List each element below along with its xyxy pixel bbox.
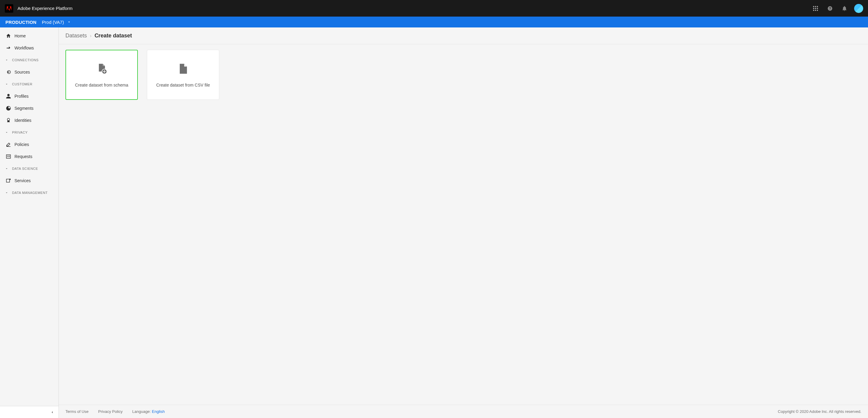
- services-icon: [5, 178, 12, 183]
- bell-icon: [841, 5, 847, 11]
- chevron-left-icon: [50, 410, 54, 414]
- section-label: CUSTOMER: [12, 82, 33, 86]
- section-label: CONNECTIONS: [12, 58, 39, 62]
- card-create-from-csv[interactable]: Create dataset from CSV file: [147, 50, 219, 100]
- top-header: Adobe Experience Platform ?: [0, 0, 868, 17]
- chevron-down-icon: [67, 20, 71, 24]
- nav-requests[interactable]: Requests: [0, 151, 59, 163]
- home-icon: [5, 33, 12, 39]
- svg-rect-8: [817, 10, 818, 11]
- nav-label: Services: [14, 178, 31, 183]
- main-wrap: Home Workflows CONNECTIONS Sources: [0, 27, 868, 418]
- nav-label: Sources: [14, 70, 30, 74]
- nav-profiles[interactable]: Profiles: [0, 90, 59, 102]
- policies-icon: [5, 142, 12, 147]
- content: Datasets › Create dataset Create dataset…: [59, 27, 868, 418]
- svg-rect-2: [817, 6, 818, 7]
- adobe-logo[interactable]: [5, 4, 13, 13]
- apps-launcher-button[interactable]: [808, 1, 823, 16]
- card-label: Create dataset from schema: [75, 83, 128, 88]
- help-icon: ?: [827, 5, 833, 11]
- section-label: DATA MANAGEMENT: [12, 191, 48, 195]
- nav-workflows[interactable]: Workflows: [0, 42, 59, 54]
- svg-rect-0: [813, 6, 814, 7]
- svg-rect-7: [815, 10, 816, 11]
- footer-terms-link[interactable]: Terms of Use: [65, 409, 89, 414]
- apps-grid-icon: [813, 6, 818, 11]
- nav-policies[interactable]: Policies: [0, 138, 59, 151]
- breadcrumb-current: Create dataset: [94, 33, 132, 39]
- schema-file-icon: [95, 62, 108, 76]
- nav-sources[interactable]: Sources: [0, 66, 59, 78]
- chevron-down-icon: [5, 82, 12, 86]
- notifications-button[interactable]: [837, 1, 852, 16]
- svg-point-12: [9, 179, 11, 180]
- nav-label: Profiles: [14, 94, 29, 99]
- nav-segments[interactable]: Segments: [0, 102, 59, 114]
- footer: Terms of Use Privacy Policy Language: En…: [59, 405, 868, 418]
- nav-section-privacy[interactable]: PRIVACY: [0, 126, 59, 138]
- profiles-icon: [5, 94, 12, 99]
- svg-text:?: ?: [829, 7, 831, 10]
- card-label: Create dataset from CSV file: [156, 83, 210, 88]
- footer-copyright: Copyright © 2020 Adobe Inc. All rights r…: [778, 409, 861, 414]
- breadcrumb: Datasets › Create dataset: [59, 27, 868, 44]
- breadcrumb-separator: ›: [90, 33, 91, 39]
- user-avatar[interactable]: [854, 4, 863, 13]
- chevron-down-icon: [5, 167, 12, 170]
- nav-label: Workflows: [14, 45, 34, 51]
- sidebar-collapse-button[interactable]: [0, 406, 59, 418]
- env-label: PRODUCTION: [5, 20, 36, 25]
- nav-label: Requests: [14, 154, 32, 159]
- nav-label: Identities: [14, 118, 31, 123]
- svg-rect-3: [813, 8, 814, 9]
- nav-section-connections[interactable]: CONNECTIONS: [0, 54, 59, 66]
- svg-rect-1: [815, 6, 816, 7]
- env-switcher[interactable]: [67, 20, 71, 24]
- nav-label: Home: [14, 33, 26, 38]
- section-label: DATA SCIENCE: [12, 167, 38, 170]
- svg-rect-4: [815, 8, 816, 9]
- svg-rect-6: [813, 10, 814, 11]
- footer-language: Language: English: [132, 409, 165, 414]
- workflows-icon: [5, 45, 12, 51]
- adobe-logo-icon: [6, 6, 12, 11]
- env-value: Prod (VA7): [42, 20, 64, 25]
- requests-icon: [5, 154, 12, 159]
- nav-label: Policies: [14, 142, 29, 147]
- help-button[interactable]: ?: [823, 1, 837, 16]
- cards-area: Create dataset from schema Create datase…: [59, 44, 868, 105]
- chevron-down-icon: [5, 191, 12, 195]
- nav-home[interactable]: Home: [0, 30, 59, 42]
- identities-icon: [5, 118, 12, 123]
- nav-identities[interactable]: Identities: [0, 114, 59, 126]
- csv-file-icon: [177, 62, 190, 76]
- app-title: Adobe Experience Platform: [18, 6, 73, 11]
- chevron-down-icon: [5, 58, 12, 62]
- card-create-from-schema[interactable]: Create dataset from schema: [65, 50, 138, 100]
- nav-section-data-science[interactable]: DATA SCIENCE: [0, 163, 59, 174]
- sources-icon: [5, 69, 12, 75]
- footer-privacy-link[interactable]: Privacy Policy: [98, 409, 123, 414]
- sub-header: PRODUCTION Prod (VA7): [0, 17, 868, 27]
- nav-services[interactable]: Services: [0, 174, 59, 187]
- nav-section-customer[interactable]: CUSTOMER: [0, 78, 59, 90]
- nav-section-data-management[interactable]: DATA MANAGEMENT: [0, 187, 59, 199]
- sidebar: Home Workflows CONNECTIONS Sources: [0, 27, 59, 418]
- section-label: PRIVACY: [12, 131, 28, 134]
- chevron-down-icon: [5, 131, 12, 134]
- segments-icon: [5, 105, 12, 111]
- nav-label: Segments: [14, 106, 33, 111]
- breadcrumb-parent[interactable]: Datasets: [65, 33, 87, 39]
- footer-language-link[interactable]: English: [152, 409, 165, 414]
- svg-rect-5: [817, 8, 818, 9]
